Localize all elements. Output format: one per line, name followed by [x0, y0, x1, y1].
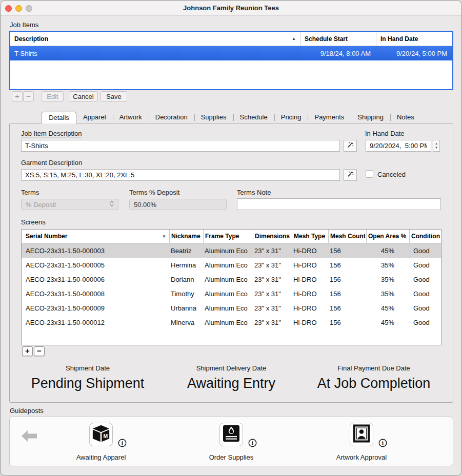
in-hand-date-label: In Hand Date — [365, 130, 405, 137]
column-header-dimensions[interactable]: Dimensions — [253, 230, 292, 243]
column-header-nickname[interactable]: Nickname — [169, 230, 203, 243]
screen-row[interactable]: AECO-23x31-1.50-000012MinervaAluminum Ec… — [22, 315, 441, 329]
column-header-description[interactable]: Description ▲ — [10, 32, 300, 46]
tab-decoration[interactable]: Decoration — [149, 112, 194, 123]
close-button[interactable] — [5, 5, 12, 12]
guidepost-icon-button[interactable] — [219, 423, 243, 446]
job-items-section-label: Job Items — [10, 21, 38, 29]
autofill-button[interactable] — [344, 140, 357, 152]
ink-bucket-icon — [222, 424, 240, 445]
tab-details[interactable]: Details — [42, 112, 76, 123]
shipment-date-group: Shipment Date Pending Shipment — [16, 364, 159, 391]
job-item-description-input[interactable] — [21, 140, 340, 152]
tab-shipping[interactable]: Shipping — [351, 112, 390, 123]
screen-row[interactable]: AECO-23x31-1.50-000003BeatrizAluminum Ec… — [22, 243, 441, 258]
cancel-button[interactable]: Cancel — [69, 91, 98, 102]
sort-descending-icon: ▼ — [162, 234, 166, 239]
garment-description-label: Garment Description — [21, 159, 82, 167]
minimize-button[interactable] — [15, 5, 22, 12]
apparel-box-icon: M — [91, 424, 111, 445]
job-items-table-header: Description ▲ Schedule Start In Hand Dat… — [10, 32, 452, 46]
terms-deposit-label: Terms % Deposit — [129, 189, 179, 196]
zoom-button[interactable] — [26, 5, 32, 12]
canceled-label: Canceled — [377, 171, 406, 178]
screen-row[interactable]: AECO-23x31-1.50-000005HerminaAluminum Ec… — [22, 258, 441, 272]
final-payment-due-date-group: Final Payment Due Date At Job Completion — [302, 364, 446, 391]
column-header-serial-number[interactable]: Serial Number ▼ — [22, 230, 169, 243]
svg-text:i: i — [382, 440, 384, 446]
window-title: Johnson Family Reunion Tees — [1, 1, 461, 15]
screens-section-label: Screens — [21, 218, 46, 226]
column-header-mesh-type[interactable]: Mesh Type — [292, 230, 328, 243]
svg-text:M: M — [103, 433, 108, 439]
column-header-open-area[interactable]: Open Area % — [366, 230, 409, 243]
terms-label: Terms — [21, 189, 39, 196]
add-screen-button[interactable]: + — [22, 346, 33, 356]
in-hand-date-input[interactable] — [366, 140, 431, 152]
guidepost-icon-button[interactable]: M — [89, 423, 113, 446]
tab-artwork[interactable]: Artwork — [113, 112, 149, 123]
info-icon[interactable]: i — [248, 439, 257, 449]
title-bar: Johnson Family Reunion Tees — [1, 1, 461, 16]
column-header-condition[interactable]: Condition — [409, 230, 441, 243]
terms-note-label: Terms Note — [237, 189, 271, 196]
final-payment-due-date-label: Final Payment Due Date — [302, 364, 446, 372]
tab-apparel[interactable]: Apparel — [76, 112, 113, 123]
tab-pricing[interactable]: Pricing — [274, 112, 308, 123]
back-arrow-icon[interactable] — [20, 429, 38, 445]
guidepost-icon-button[interactable] — [350, 423, 373, 446]
column-header-frame-type[interactable]: Frame Type — [203, 230, 253, 243]
guidepost-artwork-approval: i Artwork Approval — [305, 420, 418, 466]
job-items-table: Description ▲ Schedule Start In Hand Dat… — [9, 31, 453, 90]
canceled-checkbox[interactable] — [366, 170, 373, 178]
date-stepper[interactable]: ▲ ▼ — [433, 140, 440, 152]
autofill-button-2[interactable] — [344, 169, 357, 181]
stepper-up-icon: ▲ — [435, 142, 438, 146]
shipment-date-label: Shipment Date — [16, 364, 159, 372]
tab-supplies[interactable]: Supplies — [194, 112, 233, 123]
final-payment-due-date-value: At Job Completion — [302, 376, 446, 391]
sort-ascending-icon: ▲ — [292, 36, 296, 41]
remove-screen-button[interactable]: − — [34, 346, 45, 356]
remove-job-item-button[interactable]: − — [23, 91, 34, 102]
column-header-mesh-count[interactable]: Mesh Count — [328, 230, 366, 243]
edit-button[interactable]: Edit — [42, 91, 64, 102]
tab-bar: Details Apparel Artwork Decoration Suppl… — [9, 112, 453, 123]
svg-text:i: i — [252, 440, 253, 446]
save-button[interactable]: Save — [101, 91, 127, 102]
stepper-down-icon: ▼ — [435, 146, 438, 150]
dropdown-chevrons-icon — [110, 200, 114, 209]
job-item-row[interactable]: T-Shirts 9/18/24, 8:00 AM 9/20/24, 5:00 … — [10, 46, 452, 60]
magic-wand-icon — [347, 170, 354, 180]
tab-schedule[interactable]: Schedule — [233, 112, 274, 123]
screens-table: Serial Number ▼ Nickname Frame Type Dime… — [21, 229, 441, 345]
guidepost-order-supplies: i Order Supplies — [175, 420, 288, 466]
screen-row[interactable]: AECO-23x31-1.50-000006DoriannAluminum Ec… — [22, 272, 441, 286]
column-header-in-hand-date[interactable]: In Hand Date — [376, 32, 452, 46]
terms-note-input[interactable] — [237, 198, 441, 210]
info-icon[interactable]: i — [378, 439, 387, 449]
shipment-delivery-date-group: Shipment Delivery Date Awaiting Entry — [159, 364, 303, 391]
job-item-schedule-start-cell: 9/18/24, 8:00 AM — [300, 50, 376, 57]
terms-dropdown[interactable]: % Deposit — [21, 199, 118, 210]
add-job-item-button[interactable]: + — [12, 91, 23, 102]
shipment-delivery-date-label: Shipment Delivery Date — [159, 364, 303, 372]
column-header-schedule-start[interactable]: Schedule Start — [300, 32, 376, 46]
guidepost-awaiting-apparel: M i Awaiting Apparel — [45, 420, 157, 466]
artwork-frame-icon — [352, 424, 371, 445]
magic-wand-icon — [347, 141, 354, 151]
tab-notes[interactable]: Notes — [390, 112, 421, 123]
screen-row[interactable]: AECO-23x31-1.50-000008TimothyAluminum Ec… — [22, 286, 441, 301]
svg-text:i: i — [122, 440, 123, 446]
screen-row[interactable]: AECO-23x31-1.50-000009UrbannaAluminum Ec… — [22, 301, 441, 315]
guidepost-label: Artwork Approval — [305, 453, 418, 461]
job-item-description-cell: T-Shirts — [10, 50, 300, 57]
shipment-date-value: Pending Shipment — [16, 376, 159, 391]
garment-description-input[interactable] — [21, 169, 340, 181]
guidepost-label: Order Supplies — [175, 453, 288, 461]
info-icon[interactable]: i — [118, 439, 127, 449]
shipment-delivery-date-value: Awaiting Entry — [159, 376, 303, 391]
terms-deposit-field[interactable]: 50.00% — [129, 199, 227, 210]
tab-payments[interactable]: Payments — [308, 112, 351, 123]
app-window: Johnson Family Reunion Tees Job Items De… — [0, 0, 462, 476]
